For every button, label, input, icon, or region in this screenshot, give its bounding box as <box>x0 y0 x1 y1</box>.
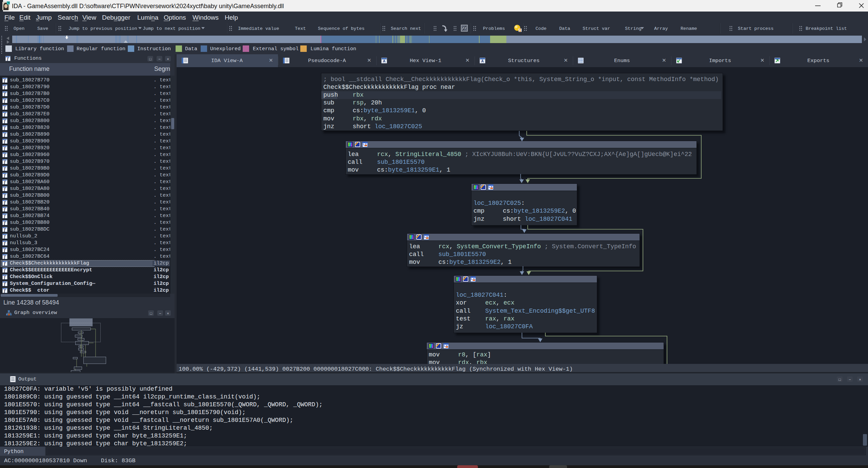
svg-text:A: A <box>481 59 484 63</box>
svg-text:A: A <box>383 59 386 63</box>
